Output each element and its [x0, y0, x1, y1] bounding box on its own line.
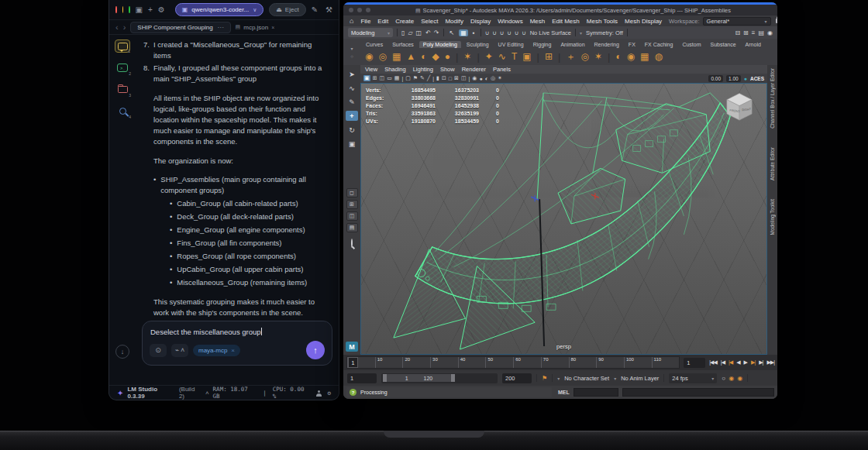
model-selector[interactable]: ▣ qwen/qwen3-coder... ∨ [175, 3, 264, 16]
menu-item[interactable]: Modify [445, 18, 463, 25]
viewport-toolbar-icon[interactable]: | [432, 76, 434, 81]
snap-magnet-icon[interactable]: ∪ [507, 29, 512, 36]
viewport-toolbar-icon[interactable]: ✎ [420, 75, 425, 81]
symmetry-label[interactable]: Symmetry: Off [586, 29, 623, 36]
downloads-button[interactable]: ↓ [115, 345, 129, 359]
viewport-canvas[interactable]: Verts: 16854495 16375203 0 Edges: 338036… [360, 83, 767, 355]
auto-key-icon[interactable]: ◉ [728, 375, 734, 382]
shelf-tool-icon[interactable]: ▦ [640, 51, 649, 62]
viewport-toolbar-icon[interactable]: ⊞ [373, 75, 377, 81]
playback-button[interactable]: ▶| [751, 359, 755, 366]
gear-icon[interactable]: ⚙ [327, 390, 331, 397]
shelf-tool-icon[interactable]: ＋ [566, 50, 575, 64]
live-surface-label[interactable]: No Live Surface [530, 29, 571, 36]
statusline-icon[interactable]: ▤ [758, 29, 764, 36]
range-end-handle[interactable] [451, 374, 455, 382]
timeline-track[interactable]: 0102030405060708090100110 1 [346, 356, 680, 369]
close-button[interactable] [349, 8, 353, 12]
gamma-field[interactable]: 1.00 [726, 75, 741, 82]
exposure-field[interactable]: 0.00 [708, 75, 723, 82]
layout-button[interactable]: ◫ [346, 211, 358, 221]
rotate-tool[interactable]: ↻ [346, 125, 358, 135]
playback-button[interactable]: ◀ [736, 359, 739, 366]
range-start-handle[interactable] [383, 374, 387, 382]
tab-menu-icon[interactable]: ⋯ [218, 24, 224, 31]
shelf-tool-icon[interactable]: ◉ [365, 51, 373, 62]
statusline-icon[interactable]: ⊟ [735, 29, 740, 36]
character-set-selector[interactable]: No Character Set [564, 375, 609, 382]
select-tool[interactable]: ➤ [346, 69, 358, 79]
viewport-menu-item[interactable]: View [365, 66, 377, 73]
menu-item[interactable]: Edit [377, 18, 388, 25]
viewport-toolbar-icon[interactable]: ▣ [363, 75, 370, 81]
view-cube[interactable]: FRONT RIGHT [722, 90, 757, 125]
viewport-toolbar-icon[interactable]: □ [449, 76, 452, 81]
sidebar-tab[interactable]: Attribute Editor [770, 147, 775, 180]
chevron-down-icon[interactable]: ▾ [580, 30, 582, 36]
current-frame-marker[interactable]: 1 [348, 357, 358, 368]
viewport-toolbar-icon[interactable]: | [469, 76, 470, 81]
playback-button[interactable]: |◀◀ [709, 359, 717, 366]
sidebar-item-my-models[interactable]: 3 [115, 83, 130, 96]
mel-label[interactable]: MEL [558, 390, 570, 395]
zoom-tool[interactable] [351, 239, 353, 247]
viewport-toolbar-icon[interactable]: ✶ [498, 75, 502, 81]
fps-selector[interactable]: 24 fps ▾ [669, 373, 717, 383]
menu-item[interactable]: Edit Mesh [552, 18, 580, 25]
shelf-tool-icon[interactable]: ◆ [432, 51, 439, 62]
layout-button[interactable]: ▤ [346, 223, 358, 232]
viewport-toolbar-icon[interactable]: ▭ [387, 75, 392, 81]
shelf-tab[interactable]: Custom [678, 41, 704, 48]
mel-result-field[interactable] [622, 388, 774, 397]
tab-ship-component-grouping[interactable]: SHIP Component Grouping ⋯ [130, 22, 230, 33]
shelf-tool-icon[interactable]: ◐ [421, 51, 426, 62]
shelf-tool-icon[interactable]: | [456, 51, 458, 63]
shelf-tab[interactable]: Rendering [591, 41, 623, 48]
viewport-toolbar-icon[interactable]: ⚑ [413, 75, 418, 81]
shelf-tool-icon[interactable]: ∿ [498, 51, 506, 62]
shelf-tool-icon[interactable]: ⊞ [545, 51, 553, 62]
snap-magnet-icon[interactable]: ∪ [492, 29, 497, 36]
shelf-tab[interactable]: Curves [362, 41, 387, 48]
chevron-down-icon[interactable]: ▾ [557, 376, 560, 381]
edit-icon[interactable]: ✎ [312, 6, 318, 14]
shelf-tool-icon[interactable]: ◉ [627, 51, 635, 62]
close-icon[interactable]: × [271, 25, 274, 30]
scale-tool[interactable]: ▣ [346, 139, 358, 149]
selection-mode-icon[interactable]: ▦ [459, 29, 468, 36]
shelf-tab[interactable]: Surfaces [388, 41, 418, 48]
shelf-tool-icon[interactable]: ▲ [406, 51, 415, 62]
shelf-tool-icon[interactable]: ✶ [463, 51, 471, 62]
shelf-tab[interactable]: UV Editing [494, 41, 528, 48]
shelf-tool-icon[interactable]: ◎ [378, 51, 386, 62]
shelf-tab[interactable]: Arnold [742, 41, 765, 48]
layout-button[interactable]: ⊞ [346, 200, 358, 209]
menu-item[interactable]: File [360, 18, 370, 25]
menu-item[interactable]: Windows [498, 18, 522, 25]
minimize-button[interactable] [122, 6, 124, 13]
undo-redo-icon[interactable]: ↷ [434, 29, 439, 36]
viewport-toolbar-icon[interactable]: ◫ [461, 75, 467, 81]
viewport-toolbar-icon[interactable]: ╱ [427, 75, 430, 81]
workspace-selector[interactable]: General* ▾ [703, 17, 771, 26]
chevron-up-icon[interactable]: ˄ [205, 390, 209, 397]
snap-magnet-icon[interactable]: ∪ [485, 29, 490, 36]
shelf-tool-icon[interactable]: | [608, 51, 610, 63]
anim-layer-selector[interactable]: No Anim Layer [621, 375, 659, 382]
menu-item[interactable]: Mesh [530, 18, 546, 25]
current-frame-field[interactable]: 1 [684, 358, 705, 368]
plugins-button[interactable]: ⌁ ˄ [171, 344, 188, 357]
menu-item[interactable]: Mesh Tools [587, 18, 618, 25]
menu-item[interactable]: Select [421, 18, 438, 25]
layout-button[interactable]: ◻ [346, 188, 358, 198]
animation-end-field[interactable]: 200 [502, 373, 532, 383]
shelf-tab[interactable]: Rigging [529, 41, 556, 48]
viewport-toolbar-icon[interactable]: ⊠ [454, 75, 459, 81]
file-op-icon[interactable]: ▯ [401, 29, 405, 36]
file-op-icon[interactable]: ◫ [416, 29, 422, 36]
viewport-toolbar-icon[interactable]: ▮ [436, 75, 439, 81]
minimize-button[interactable] [357, 8, 362, 12]
lasso-tool[interactable]: ∿ [346, 83, 358, 93]
mel-input[interactable] [574, 388, 618, 397]
message-input[interactable]: Deselect the miscellaneous group [150, 328, 324, 336]
